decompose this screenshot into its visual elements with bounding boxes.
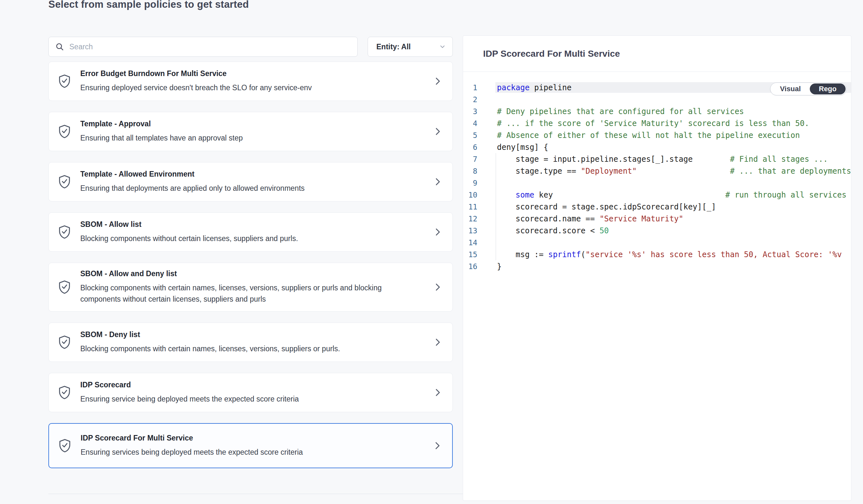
code-text: scorecard.score < 50	[497, 226, 609, 235]
search-input[interactable]	[69, 42, 351, 51]
chevron-right-icon[interactable]	[433, 282, 443, 292]
line-number: 11	[463, 203, 477, 211]
toggle-option-visual[interactable]: Visual	[771, 83, 810, 94]
policy-list-item[interactable]: SBOM - Allow and Deny list Blocking comp…	[48, 263, 453, 312]
code-line[interactable]: 8 stage.type == "Deployment" # ... that …	[463, 165, 851, 177]
policy-title: Error Budget Burndown For Multi Service	[80, 69, 420, 78]
code-line[interactable]: 12 scorecard.name == "Service Maturity"	[463, 213, 851, 224]
policy-title: SBOM - Deny list	[80, 330, 420, 339]
line-number: 7	[463, 155, 477, 164]
policy-text: IDP Scorecard For Multi Service Ensuring…	[80, 434, 432, 458]
chevron-right-icon[interactable]	[433, 177, 443, 187]
page-title: Select from sample policies to get start…	[48, 0, 249, 10]
entity-filter-label: Entity: All	[376, 42, 411, 51]
policy-list-item[interactable]: SBOM - Allow list Blocking components wi…	[48, 212, 453, 252]
shield-check-icon	[57, 174, 72, 190]
policy-description: Ensuring that all templates have an appr…	[80, 132, 420, 144]
code-line[interactable]: 14	[463, 236, 851, 248]
line-number: 14	[463, 238, 477, 247]
code-text: stage.type == "Deployment" # ... that ar…	[497, 167, 851, 176]
policy-list-item[interactable]: IDP Scorecard Ensuring service being dep…	[48, 373, 453, 412]
policy-description: Ensuring service being deployed meets th…	[80, 393, 420, 405]
line-number: 3	[463, 107, 477, 116]
code-line[interactable]: 15 msg := sprintf("service '%s' has scor…	[463, 248, 851, 260]
policy-description: Blocking components with certain names, …	[80, 343, 420, 354]
chevron-right-icon[interactable]	[433, 126, 443, 137]
shield-check-icon	[57, 385, 72, 401]
code-line[interactable]: 6deny[msg] {	[463, 141, 851, 153]
search-icon	[55, 42, 64, 51]
policy-text: IDP Scorecard Ensuring service being dep…	[80, 380, 433, 405]
chevron-down-icon	[439, 43, 446, 50]
policy-title: SBOM - Allow and Deny list	[80, 269, 420, 278]
policy-title: Template - Allowed Environment	[80, 170, 420, 179]
sample-policies-screen: Select from sample policies to get start…	[0, 0, 863, 504]
code-line[interactable]: 4# ... if the score of 'Service Maturity…	[463, 117, 851, 129]
policy-text: Error Budget Burndown For Multi Service …	[80, 69, 433, 93]
code-line[interactable]: 9	[463, 177, 851, 189]
shield-check-icon	[57, 124, 72, 140]
code-text: scorecard = stage.spec.idpScorecard[key]…	[497, 202, 716, 211]
shield-check-icon	[58, 438, 72, 454]
line-number: 8	[463, 167, 477, 175]
policy-list-item[interactable]: IDP Scorecard For Multi Service Ensuring…	[48, 423, 453, 468]
code-text: # Deny pipelines that are configured for…	[497, 107, 744, 116]
list-bottom-divider	[48, 494, 464, 494]
chevron-right-icon[interactable]	[433, 337, 443, 347]
policy-list: Error Budget Burndown For Multi Service …	[48, 62, 453, 479]
code-line[interactable]: 16}	[463, 260, 851, 272]
chevron-right-icon[interactable]	[433, 227, 443, 237]
shield-check-icon	[57, 334, 72, 350]
policy-description: Ensuring deployed service doesn't breach…	[80, 82, 420, 93]
code-line[interactable]: 3# Deny pipelines that are configured fo…	[463, 105, 851, 117]
code-text: msg := sprintf("service '%s' has score l…	[497, 250, 842, 259]
policy-description: Ensuring services being deployed meets t…	[80, 447, 419, 458]
policy-text: SBOM - Allow list Blocking components wi…	[80, 220, 433, 244]
policy-description: Blocking components with certain names, …	[80, 282, 420, 305]
policy-list-item[interactable]: SBOM - Deny list Blocking components wit…	[48, 323, 453, 362]
policy-text: SBOM - Allow and Deny list Blocking comp…	[80, 269, 433, 305]
line-number: 10	[463, 191, 477, 199]
detail-panel-title: IDP Scorecard For Multi Service	[483, 49, 620, 59]
policy-text: SBOM - Deny list Blocking components wit…	[80, 330, 433, 354]
chevron-right-icon[interactable]	[432, 440, 442, 451]
line-number: 13	[463, 227, 477, 235]
line-number: 4	[463, 119, 477, 128]
policy-text: Template - Allowed Environment Ensuring …	[80, 170, 433, 194]
line-number: 9	[463, 179, 477, 187]
code-text: package pipeline	[497, 83, 572, 92]
line-number: 5	[463, 131, 477, 140]
toggle-option-rego[interactable]: Rego	[810, 83, 846, 94]
code-line[interactable]: 7 stage = input.pipeline.stages[_].stage…	[463, 153, 851, 165]
chevron-right-icon[interactable]	[433, 76, 443, 86]
code-line[interactable]: 10 some key # run through all services	[463, 189, 851, 201]
line-number: 16	[463, 262, 477, 271]
policy-list-item[interactable]: Template - Allowed Environment Ensuring …	[48, 162, 453, 202]
line-number: 12	[463, 215, 477, 223]
policy-title: SBOM - Allow list	[80, 220, 420, 229]
code-text: }	[497, 262, 501, 271]
line-number: 1	[463, 83, 477, 92]
code-line[interactable]: 11 scorecard = stage.spec.idpScorecard[k…	[463, 201, 851, 213]
code-editor[interactable]: 1package pipeline23# Deny pipelines that…	[463, 72, 851, 272]
detail-panel-header: IDP Scorecard For Multi Service	[463, 36, 851, 72]
code-line[interactable]: 13 scorecard.score < 50	[463, 224, 851, 236]
entity-filter-dropdown[interactable]: Entity: All	[368, 37, 453, 57]
shield-check-icon	[57, 73, 72, 89]
policy-description: Ensuring that deployments are applied on…	[80, 183, 420, 194]
code-text: stage = input.pipeline.stages[_].stage #…	[497, 155, 828, 164]
line-number: 2	[463, 95, 477, 104]
policy-text: Template - Approval Ensuring that all te…	[80, 119, 433, 144]
policy-title: IDP Scorecard	[80, 380, 420, 389]
policy-list-item[interactable]: Template - Approval Ensuring that all te…	[48, 112, 453, 151]
policy-list-item[interactable]: Error Budget Burndown For Multi Service …	[48, 62, 453, 101]
code-line[interactable]: 5# Absence of either of these will not h…	[463, 129, 851, 141]
shield-check-icon	[57, 224, 72, 240]
code-text: scorecard.name == "Service Maturity"	[497, 214, 683, 223]
visual-rego-toggle[interactable]: Visual Rego	[770, 82, 847, 95]
code-text: # ... if the score of 'Service Maturity'…	[497, 119, 809, 128]
chevron-right-icon[interactable]	[433, 387, 443, 398]
code-text: # Absence of either of these will not ha…	[497, 131, 800, 140]
policy-description: Blocking components without certain lice…	[80, 233, 420, 244]
search-box[interactable]	[48, 37, 358, 57]
